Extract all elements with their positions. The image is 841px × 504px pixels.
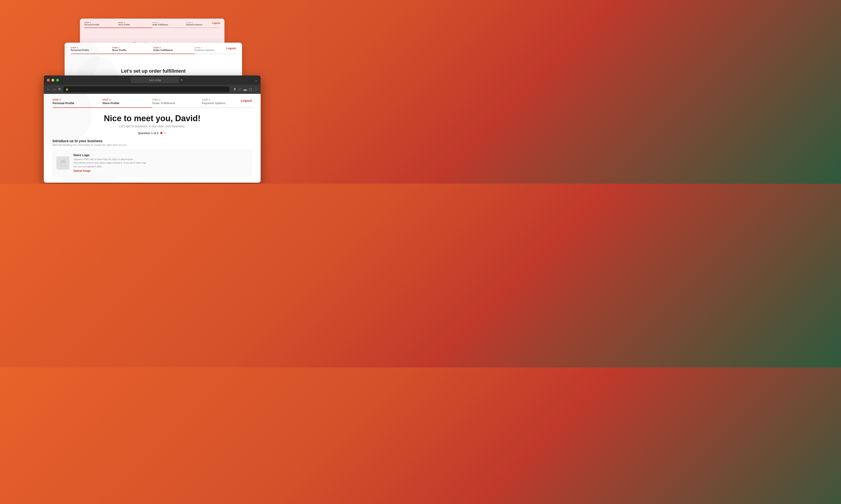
plus-icon: + [181, 78, 183, 82]
browser-titlebar: store setup + ⌄ [44, 75, 261, 85]
new-tab-button[interactable]: + [181, 78, 183, 83]
chevron-down-icon: ⌄ [255, 78, 258, 82]
step-main-1[interactable]: STEP 1 Personal Profile [53, 98, 103, 108]
card-mid-hero: Let's set up order fulfillment [65, 68, 242, 74]
browser-addressbar: ← → ↻ 🔒 ⬆ ☆ ▬ ▢ ⋮ [44, 85, 261, 94]
card-back-step-3-name: Order Fulfillment [152, 24, 184, 26]
card-back-step-3: STEP 3 Order Fulfillment [152, 22, 186, 28]
card-back-step-2-name: Store Profile [118, 24, 150, 26]
extensions-button[interactable]: ▬ [243, 88, 247, 91]
card-back-stepper: STEP 1 Personal Profile STEP 2 Store Pro… [80, 19, 224, 28]
split-view-button[interactable]: ▢ [249, 87, 252, 91]
hero-subtitle: Let's get to business! In our case, your… [53, 124, 252, 128]
back-button[interactable]: ← [47, 88, 50, 91]
card-mid-step-2-num: STEP 2 [112, 47, 151, 49]
upload-image-link[interactable]: Upload Image [73, 169, 91, 173]
card-mid-logout[interactable]: Logout [226, 47, 236, 50]
logo-info-desc: Upload a PNG with at least 50px by 50px … [73, 158, 146, 168]
forward-button[interactable]: → [53, 88, 56, 91]
card-mid-step-3: STEP 3 Order Fulfillment [153, 47, 195, 54]
card-back-step-1-num: STEP 1 [84, 22, 116, 24]
active-tab[interactable]: store setup [149, 79, 161, 82]
hero-title: Nice to meet you, David! [53, 114, 252, 123]
step-main-2[interactable]: STEP 2 Store Profile [103, 98, 152, 108]
card-mid-step-1-num: STEP 1 [71, 47, 109, 49]
browser-tabs: store setup + [59, 77, 255, 83]
step-main-2-name: Store Profile [103, 102, 148, 105]
card-back-step-3-num: STEP 3 [152, 22, 184, 24]
card-mid-step-1-name: Personal Profile [71, 49, 109, 51]
card-back-step-2: STEP 2 Store Profile [118, 22, 152, 28]
section-subtitle: We'll be needing this information to cre… [53, 144, 252, 147]
stepper-main: STEP 1 Personal Profile STEP 2 Store Pro… [53, 94, 252, 108]
more-button[interactable]: ⋮ [254, 87, 258, 91]
step-main-3[interactable]: STEP 3 Order Fulfillment [152, 98, 202, 108]
bookmark-button[interactable]: ☆ [239, 87, 241, 91]
refresh-button[interactable]: ↻ [58, 88, 61, 91]
card-mid-step-3-name: Order Fulfillment [153, 49, 192, 51]
progress-label: Question 1 of 2 [138, 131, 158, 135]
card-mid: Logout STEP 1 Personal Profile STEP 2 St… [65, 43, 242, 79]
traffic-lights [47, 79, 59, 82]
dot-2 [164, 132, 167, 134]
main-logout-button[interactable]: Logout [241, 98, 252, 102]
logo-info-title: Store Logo [73, 154, 146, 157]
step-main-2-num: STEP 2 [103, 98, 148, 101]
card-back-logout[interactable]: Logout [212, 22, 220, 24]
section-title: Introduce us to your business [53, 139, 252, 143]
bag-icon [59, 160, 66, 166]
browser-content: STEP 1 Personal Profile STEP 2 Store Pro… [44, 94, 261, 183]
logo-info: Store Logo Upload a PNG with at least 50… [73, 154, 146, 173]
step-main-3-name: Order Fulfillment [152, 102, 198, 105]
browser-actions: ⬆ ☆ ▬ ▢ ⋮ [234, 87, 258, 91]
card-mid-step-3-num: STEP 3 [153, 47, 192, 49]
card-mid-stepper: STEP 1 Personal Profile STEP 2 Store Pro… [65, 43, 242, 54]
card-mid-step-2: STEP 2 Store Profile [112, 47, 154, 54]
step-main-3-num: STEP 3 [152, 98, 198, 101]
card-back-step-2-num: STEP 2 [118, 22, 150, 24]
card-mid-step-1: STEP 1 Personal Profile [71, 47, 112, 54]
lock-icon: 🔒 [66, 88, 69, 91]
page-inner: STEP 1 Personal Profile STEP 2 Store Pro… [44, 94, 261, 181]
step-main-1-name: Personal Profile [53, 102, 98, 105]
page-hero: Nice to meet you, David! Let's get to bu… [53, 114, 252, 135]
maximize-button[interactable] [56, 79, 59, 82]
browser-window: store setup + ⌄ ← → ↻ 🔒 ⬆ ☆ ▬ ▢ ⋮ [44, 75, 261, 183]
address-field[interactable]: 🔒 [63, 86, 229, 92]
card-back-step-1-name: Personal Profile [84, 24, 116, 26]
card-back-step-1: STEP 1 Personal Profile [84, 22, 118, 28]
step-main-1-num: STEP 1 [53, 98, 98, 101]
close-button[interactable] [47, 79, 50, 82]
minimize-button[interactable] [51, 79, 54, 82]
share-button[interactable]: ⬆ [234, 87, 236, 91]
dot-1 [160, 132, 162, 134]
logo-placeholder [56, 157, 69, 169]
logo-upload-card: Store Logo Upload a PNG with at least 50… [53, 150, 252, 177]
card-mid-step-2-name: Store Profile [112, 49, 151, 51]
progress-indicator: Question 1 of 2 [53, 131, 252, 135]
